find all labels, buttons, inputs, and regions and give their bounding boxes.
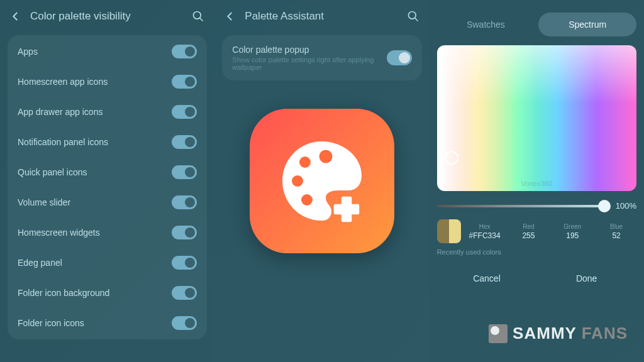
setting-row[interactable]: Homescreen app icons — [8, 67, 207, 97]
setting-row[interactable]: Volume slider — [8, 187, 207, 217]
setting-label: Homescreen widgets — [18, 228, 100, 238]
panel-color-picker: Swatches Spectrum 100% Hex#FFC334 Red255… — [430, 0, 644, 362]
watermark: SAMMY FANS — [489, 324, 628, 343]
toggle[interactable] — [172, 256, 197, 270]
opacity-slider[interactable] — [437, 205, 609, 207]
setting-sublabel: Show color palette settings right after … — [232, 56, 387, 71]
setting-label: App drawer app icons — [18, 107, 103, 117]
color-swatch[interactable] — [437, 219, 461, 243]
recent-colors-label: Recently used colors — [437, 248, 636, 256]
cancel-button[interactable]: Cancel — [437, 267, 537, 290]
setting-row[interactable]: Edeg panel — [8, 248, 207, 278]
svg-point-4 — [292, 175, 303, 187]
svg-point-2 — [299, 156, 311, 168]
toggle[interactable] — [172, 75, 197, 89]
setting-row[interactable]: Folder icon background — [8, 278, 207, 308]
svg-point-1 — [408, 12, 416, 19]
opacity-slider-row: 100% — [437, 201, 636, 211]
page-title: Palette Assistant — [245, 10, 397, 23]
setting-label: Folder icon background — [18, 288, 109, 298]
setting-label: Apps — [18, 47, 38, 57]
picker-handle-icon[interactable] — [445, 151, 458, 165]
panel-visibility: Color palette visibility Apps Homescreen… — [0, 0, 214, 362]
back-icon[interactable] — [225, 11, 236, 22]
settings-card: Color palette popup Show color palette s… — [222, 35, 421, 80]
settings-card: Apps Homescreen app icons App drawer app… — [8, 35, 207, 339]
setting-label: Volume slider — [18, 197, 70, 207]
setting-row[interactable]: Homescreen widgets — [8, 217, 207, 248]
toggle[interactable] — [172, 45, 197, 58]
setting-label: Quick panel icons — [18, 167, 87, 177]
setting-row[interactable]: Apps — [8, 36, 207, 67]
toggle[interactable] — [172, 316, 197, 330]
setting-label: Folder icon icons — [18, 318, 84, 328]
done-button[interactable]: Done — [536, 267, 636, 290]
header: Palette Assistant — [222, 0, 421, 35]
app-icon-palette — [250, 109, 394, 253]
setting-label: Homescreen app icons — [18, 77, 108, 87]
toggle[interactable] — [172, 135, 197, 149]
setting-label: Color palette popup — [232, 45, 387, 55]
setting-row[interactable]: Color palette popup Show color palette s… — [222, 36, 421, 79]
hex-field[interactable]: Hex#FFC334 — [465, 223, 505, 240]
watermark-logo-icon — [489, 324, 508, 343]
setting-row[interactable]: Quick panel icons — [8, 157, 207, 187]
green-field[interactable]: Green195 — [552, 223, 592, 240]
toggle[interactable] — [172, 105, 197, 119]
toggle[interactable] — [172, 286, 197, 300]
page-title: Color palette visibility — [30, 10, 183, 23]
setting-row[interactable]: App drawer app icons — [8, 97, 207, 127]
tab-swatches[interactable]: Swatches — [437, 13, 535, 36]
toggle[interactable] — [387, 50, 411, 65]
dialog-buttons: Cancel Done — [437, 267, 636, 290]
search-icon[interactable] — [192, 10, 204, 23]
svg-point-5 — [301, 194, 313, 206]
opacity-value: 100% — [616, 201, 636, 211]
tab-spectrum[interactable]: Spectrum — [538, 13, 636, 36]
search-icon[interactable] — [407, 10, 419, 23]
spectrum-picker[interactable] — [437, 45, 636, 191]
blue-field[interactable]: Blue52 — [596, 223, 636, 240]
toggle[interactable] — [172, 226, 197, 239]
watermark-text: SAMMY FANS — [513, 324, 628, 343]
svg-point-0 — [194, 12, 201, 19]
setting-row[interactable]: Folder icon icons — [8, 308, 207, 338]
setting-row[interactable]: Notification panel icons — [8, 127, 207, 157]
svg-point-3 — [319, 150, 333, 163]
toggle[interactable] — [172, 195, 197, 209]
red-field[interactable]: Red255 — [508, 223, 548, 240]
setting-label: Edeg panel — [18, 258, 62, 268]
palette-icon — [275, 134, 369, 228]
back-icon[interactable] — [10, 11, 21, 22]
toggle[interactable] — [172, 165, 197, 179]
setting-label: Notification panel icons — [18, 137, 108, 147]
color-values: Hex#FFC334 Red255 Green195 Blue52 — [437, 219, 636, 243]
tabs: Swatches Spectrum — [437, 13, 636, 36]
header: Color palette visibility — [8, 0, 207, 35]
